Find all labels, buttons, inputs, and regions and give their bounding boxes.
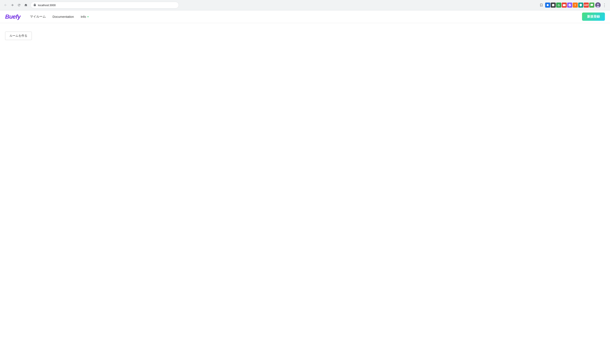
app-navbar: Buefy マイルーム Documentation Info ▼ 新規登録 <box>0 10 610 23</box>
svg-point-0 <box>547 4 548 6</box>
ext-icon-2[interactable] <box>551 2 556 8</box>
forward-button[interactable] <box>9 2 15 8</box>
browser-chrome: localhost:3000 G Y <box>0 0 610 10</box>
extension-icons: G Y ABP <box>545 2 594 8</box>
ext-icon-1[interactable] <box>545 2 550 8</box>
back-button[interactable] <box>2 2 9 8</box>
browser-actions: G Y ABP <box>538 2 608 8</box>
ext-icon-7[interactable] <box>578 2 583 8</box>
create-room-button[interactable]: ルームを作る <box>5 32 32 40</box>
home-button[interactable] <box>23 2 29 8</box>
info-chevron-icon: ▼ <box>87 15 89 18</box>
browser-toolbar: localhost:3000 G Y <box>0 0 610 10</box>
svg-rect-1 <box>552 4 555 6</box>
svg-point-3 <box>597 4 599 5</box>
ext-icon-3[interactable]: G <box>556 2 561 8</box>
ext-icon-8[interactable]: ABP <box>584 2 589 8</box>
lock-icon <box>33 3 36 7</box>
nav-info[interactable]: Info ▼ <box>78 13 92 20</box>
main-content: ルームを作る <box>0 23 610 49</box>
app-logo[interactable]: Buefy <box>5 13 21 20</box>
url-display: localhost:3000 <box>38 4 176 7</box>
ext-icon-4[interactable] <box>562 2 567 8</box>
nav-links: マイルーム Documentation Info ▼ <box>27 13 582 20</box>
profile-avatar[interactable] <box>595 2 601 8</box>
nav-documentation[interactable]: Documentation <box>50 13 77 20</box>
app: Buefy マイルーム Documentation Info ▼ 新規登録 ルー… <box>0 10 610 49</box>
nav-my-room[interactable]: マイルーム <box>27 13 48 20</box>
ext-icon-9[interactable] <box>589 2 594 8</box>
register-button[interactable]: 新規登録 <box>582 13 605 21</box>
ext-icon-5[interactable] <box>567 2 572 8</box>
browser-nav-buttons <box>2 2 29 8</box>
bookmark-button[interactable] <box>538 2 544 8</box>
browser-menu-button[interactable]: ⋮ <box>601 2 608 8</box>
reload-button[interactable] <box>16 2 22 8</box>
address-bar[interactable]: localhost:3000 <box>30 2 179 9</box>
ext-icon-6[interactable]: Y <box>573 2 578 8</box>
